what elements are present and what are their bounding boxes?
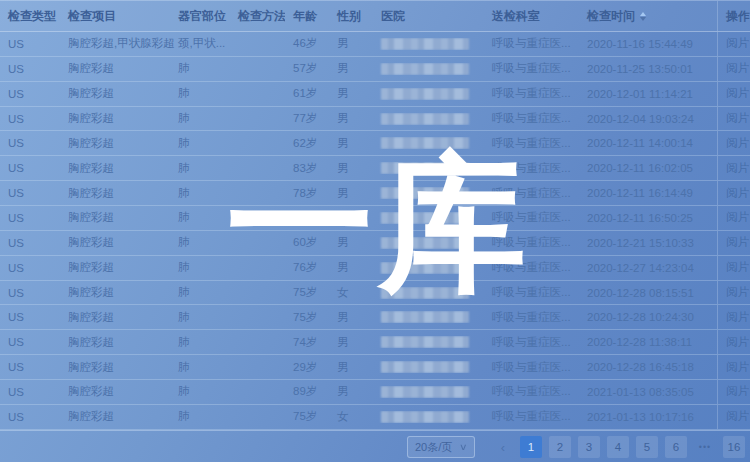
page-size-select[interactable]: 20条/页 ∨ bbox=[407, 436, 475, 458]
cell-hospital bbox=[373, 336, 484, 348]
view-images-link[interactable]: 阅片 bbox=[726, 86, 749, 101]
hospital-redacted-blur bbox=[381, 262, 469, 274]
page-button-5[interactable]: 5 bbox=[636, 436, 658, 458]
cell-organ: 肺 bbox=[170, 260, 230, 275]
column-header-exam-type: 检查类型 bbox=[0, 8, 60, 25]
view-images-link[interactable]: 阅片 bbox=[726, 186, 749, 201]
cell-item: 胸腔彩超 bbox=[60, 235, 170, 250]
table-row: US胸腔彩超肺77岁男呼吸与重症医...2020-12-04 19:03:24阅… bbox=[0, 107, 750, 132]
cell-item: 胸腔彩超,甲状腺彩超 bbox=[60, 36, 170, 51]
hospital-redacted-blur bbox=[381, 361, 469, 373]
cell-time: 2020-11-16 15:44:49 bbox=[579, 38, 717, 50]
caret-up-icon bbox=[640, 12, 646, 16]
cell-organ: 肺 bbox=[170, 335, 230, 350]
cell-action: 阅片 bbox=[717, 330, 750, 354]
page-ellipsis[interactable]: ••• bbox=[694, 436, 716, 458]
page-button-4[interactable]: 4 bbox=[607, 436, 629, 458]
cell-type: US bbox=[0, 212, 60, 224]
cell-type: US bbox=[0, 386, 60, 398]
table-body: US胸腔彩超,甲状腺彩超颈,甲状...46岁男呼吸与重症医...2020-11-… bbox=[0, 32, 750, 430]
view-images-link[interactable]: 阅片 bbox=[726, 409, 749, 424]
cell-dept: 呼吸与重症医... bbox=[484, 210, 579, 225]
hospital-redacted-blur bbox=[381, 287, 469, 299]
view-images-link[interactable]: 阅片 bbox=[726, 111, 749, 126]
page-button-6[interactable]: 6 bbox=[665, 436, 687, 458]
page-button-2[interactable]: 2 bbox=[549, 436, 571, 458]
cell-gender: 男 bbox=[329, 86, 373, 101]
view-images-link[interactable]: 阅片 bbox=[726, 161, 749, 176]
page-button-16[interactable]: 16 bbox=[723, 436, 745, 458]
cell-item: 胸腔彩超 bbox=[60, 161, 170, 176]
cell-hospital bbox=[373, 187, 484, 199]
cell-type: US bbox=[0, 187, 60, 199]
cell-hospital bbox=[373, 411, 484, 423]
view-images-link[interactable]: 阅片 bbox=[726, 260, 749, 275]
cell-dept: 呼吸与重症医... bbox=[484, 36, 579, 51]
cell-age: 77岁 bbox=[285, 111, 329, 126]
sort-carets-icon[interactable] bbox=[640, 12, 646, 21]
view-images-link[interactable]: 阅片 bbox=[726, 210, 749, 225]
column-header-hospital: 医院 bbox=[373, 8, 484, 25]
view-images-link[interactable]: 阅片 bbox=[726, 335, 749, 350]
cell-action: 阅片 bbox=[717, 57, 750, 81]
cell-item: 胸腔彩超 bbox=[60, 61, 170, 76]
hospital-redacted-blur bbox=[381, 411, 469, 423]
view-images-link[interactable]: 阅片 bbox=[726, 235, 749, 250]
cell-hospital bbox=[373, 88, 484, 100]
table-row: US胸腔彩超肺76岁男呼吸与重症医...2020-12-27 14:23:04阅… bbox=[0, 256, 750, 281]
view-images-link[interactable]: 阅片 bbox=[726, 36, 749, 51]
cell-type: US bbox=[0, 113, 60, 125]
cell-age: 74岁 bbox=[285, 335, 329, 350]
cell-type: US bbox=[0, 38, 60, 50]
table-row: US胸腔彩超肺83岁男呼吸与重症医...2020-12-11 16:02:05阅… bbox=[0, 156, 750, 181]
page-button-3[interactable]: 3 bbox=[578, 436, 600, 458]
cell-dept: 呼吸与重症医... bbox=[484, 335, 579, 350]
cell-dept: 呼吸与重症医... bbox=[484, 310, 579, 325]
view-images-link[interactable]: 阅片 bbox=[726, 384, 749, 399]
cell-dept: 呼吸与重症医... bbox=[484, 285, 579, 300]
cell-item: 胸腔彩超 bbox=[60, 260, 170, 275]
cell-dept: 呼吸与重症医... bbox=[484, 86, 579, 101]
cell-type: US bbox=[0, 237, 60, 249]
view-images-link[interactable]: 阅片 bbox=[726, 136, 749, 151]
cell-time: 2020-12-28 08:15:51 bbox=[579, 287, 717, 299]
cell-gender: 男 bbox=[329, 260, 373, 275]
cell-organ: 肺 bbox=[170, 360, 230, 375]
view-images-link[interactable]: 阅片 bbox=[726, 285, 749, 300]
cell-age: 29岁 bbox=[285, 360, 329, 375]
cell-hospital bbox=[373, 137, 484, 149]
column-header-department: 送检科室 bbox=[484, 8, 579, 25]
cell-action: 阅片 bbox=[717, 107, 750, 131]
cell-age: 78岁 bbox=[285, 186, 329, 201]
table-row: US胸腔彩超肺61岁男呼吸与重症医...2020-12-01 11:14:21阅… bbox=[0, 82, 750, 107]
pagination-bar: 20条/页 ∨ ‹ 123456•••16 bbox=[0, 430, 750, 462]
cell-hospital bbox=[373, 63, 484, 75]
cell-hospital bbox=[373, 287, 484, 299]
cell-age: 83岁 bbox=[285, 161, 329, 176]
page-button-1[interactable]: 1 bbox=[520, 436, 542, 458]
column-header-exam-time[interactable]: 检查时间 bbox=[579, 8, 717, 25]
table-row: US胸腔彩超肺74岁男呼吸与重症医...2020-12-28 11:38:11阅… bbox=[0, 330, 750, 355]
cell-dept: 呼吸与重症医... bbox=[484, 260, 579, 275]
cell-organ: 肺 bbox=[170, 186, 230, 201]
cell-age: 75岁 bbox=[285, 285, 329, 300]
cell-organ: 肺 bbox=[170, 61, 230, 76]
cell-time: 2020-12-11 16:14:49 bbox=[579, 187, 717, 199]
prev-page-button[interactable]: ‹ bbox=[493, 440, 513, 455]
column-header-exam-method: 检查方法 bbox=[230, 8, 285, 25]
view-images-link[interactable]: 阅片 bbox=[726, 61, 749, 76]
cell-action: 阅片 bbox=[717, 206, 750, 230]
hospital-redacted-blur bbox=[381, 63, 469, 75]
cell-action: 阅片 bbox=[717, 181, 750, 205]
cell-dept: 呼吸与重症医... bbox=[484, 161, 579, 176]
view-images-link[interactable]: 阅片 bbox=[726, 360, 749, 375]
cell-dept: 呼吸与重症医... bbox=[484, 384, 579, 399]
cell-action: 阅片 bbox=[717, 281, 750, 305]
view-images-link[interactable]: 阅片 bbox=[726, 310, 749, 325]
table-row: US胸腔彩超肺75岁男呼吸与重症医...2020-12-28 10:24:30阅… bbox=[0, 305, 750, 330]
cell-gender: 男 bbox=[329, 360, 373, 375]
cell-dept: 呼吸与重症医... bbox=[484, 136, 579, 151]
cell-organ: 颈,甲状... bbox=[170, 36, 230, 51]
cell-time: 2020-12-11 16:02:05 bbox=[579, 162, 717, 174]
hospital-redacted-blur bbox=[381, 113, 469, 125]
